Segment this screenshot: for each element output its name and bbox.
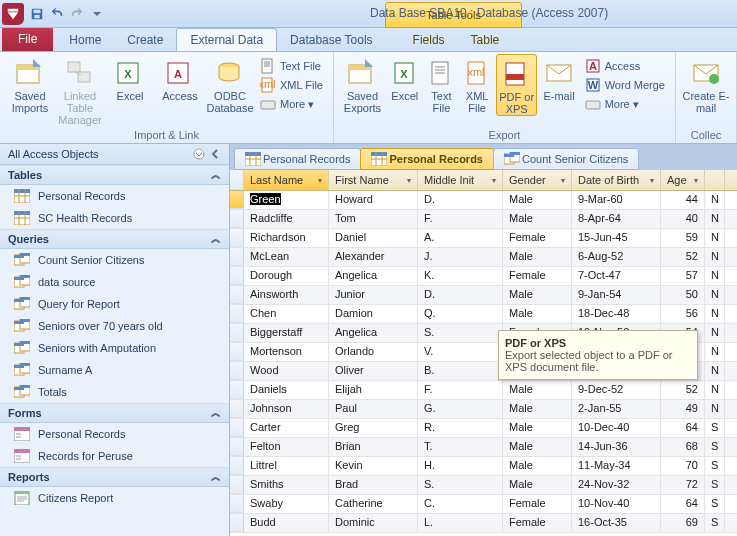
cell[interactable]: T. — [418, 438, 503, 456]
cell[interactable]: N — [705, 267, 725, 285]
cell[interactable]: 57 — [661, 267, 705, 285]
qat-redo-icon[interactable] — [68, 5, 86, 23]
cell[interactable]: Alexander — [329, 248, 418, 266]
cell[interactable]: 2-Jan-55 — [572, 400, 661, 418]
cell[interactable]: 64 — [661, 495, 705, 513]
cell[interactable]: 11-May-34 — [572, 457, 661, 475]
row-selector[interactable] — [230, 210, 244, 228]
row-selector[interactable] — [230, 495, 244, 513]
cell[interactable]: 15-Jun-45 — [572, 229, 661, 247]
table-row[interactable]: LittrelKevinH.Male11-May-3470S — [230, 457, 737, 476]
row-selector[interactable] — [230, 267, 244, 285]
cell[interactable]: 50 — [661, 286, 705, 304]
tab-fields[interactable]: Fields — [400, 29, 458, 51]
cell[interactable]: R. — [418, 419, 503, 437]
export-email-button[interactable]: E-mail — [539, 54, 578, 102]
table-row[interactable]: GreenHowardD.Male9-Mar-6044N — [230, 191, 737, 210]
cell[interactable]: Male — [503, 305, 572, 323]
cell[interactable]: 24-Nov-32 — [572, 476, 661, 494]
cell[interactable]: Damion — [329, 305, 418, 323]
row-selector[interactable] — [230, 229, 244, 247]
cell[interactable]: 40 — [661, 210, 705, 228]
cell[interactable]: 54 — [661, 324, 705, 342]
qat-dropdown-icon[interactable] — [88, 5, 106, 23]
filter-dropdown-icon[interactable]: ▾ — [407, 176, 411, 185]
cell[interactable]: Daniel — [329, 229, 418, 247]
cell[interactable]: Richardson — [244, 229, 329, 247]
nav-item[interactable]: Records for Peruse — [0, 445, 229, 467]
filter-dropdown-icon[interactable]: ▾ — [492, 176, 496, 185]
nav-dropdown-icon[interactable] — [193, 148, 205, 160]
nav-category-table[interactable]: Tables︽ — [0, 165, 229, 185]
row-selector[interactable] — [230, 191, 244, 209]
cell[interactable]: S. — [418, 324, 503, 342]
qat-save-icon[interactable] — [28, 5, 46, 23]
cell[interactable]: 56 — [661, 305, 705, 323]
cell[interactable]: 52 — [661, 381, 705, 399]
table-row[interactable]: DoroughAngelicaK.Female7-Oct-4757N — [230, 267, 737, 286]
column-header[interactable]: Date of Birth▾ — [572, 170, 661, 190]
cell[interactable]: 7-Oct-47 — [572, 267, 661, 285]
cell[interactable]: Tom — [329, 210, 418, 228]
nav-category-query[interactable]: Queries︽ — [0, 229, 229, 249]
table-row[interactable]: MortensonOrlandoV.Male4-Sep-4955N — [230, 343, 737, 362]
cell[interactable]: B. — [418, 362, 503, 380]
cell[interactable]: Johnson — [244, 400, 329, 418]
nav-item[interactable]: Count Senior Citizens — [0, 249, 229, 271]
cell[interactable]: 68 — [661, 438, 705, 456]
row-selector[interactable] — [230, 438, 244, 456]
export-word-merge-button[interactable]: WWord Merge — [581, 76, 669, 94]
cell[interactable]: N — [705, 324, 725, 342]
cell[interactable]: N — [705, 229, 725, 247]
cell[interactable]: Elijah — [329, 381, 418, 399]
cell[interactable]: Howard — [329, 191, 418, 209]
table-row[interactable]: McLeanAlexanderJ.Male6-Aug-5252N — [230, 248, 737, 267]
export-xml-button[interactable]: xmlXML File — [460, 54, 494, 114]
tab-home[interactable]: Home — [56, 29, 114, 51]
cell[interactable]: F. — [418, 210, 503, 228]
cell[interactable]: 72 — [661, 476, 705, 494]
export-text-button[interactable]: Text File — [425, 54, 459, 114]
cell[interactable]: Male — [503, 210, 572, 228]
cell[interactable]: 44 — [661, 191, 705, 209]
cell[interactable]: Q. — [418, 305, 503, 323]
cell[interactable]: Paul — [329, 400, 418, 418]
cell[interactable]: N — [705, 248, 725, 266]
document-tab[interactable]: Count Senior Citizens — [493, 148, 639, 170]
cell[interactable]: S — [705, 514, 725, 532]
cell[interactable]: Biggerstaff — [244, 324, 329, 342]
cell[interactable]: G. — [418, 400, 503, 418]
table-row[interactable]: JohnsonPaulG.Male2-Jan-5549N — [230, 400, 737, 419]
table-row[interactable]: WoodOliverB.Male12-Nov-5549N — [230, 362, 737, 381]
import-text-file-button[interactable]: Text File — [256, 57, 327, 75]
cell[interactable]: Brad — [329, 476, 418, 494]
cell[interactable]: Felton — [244, 438, 329, 456]
cell[interactable]: Littrel — [244, 457, 329, 475]
cell[interactable]: Dorough — [244, 267, 329, 285]
document-tab[interactable]: Personal Records — [234, 148, 361, 170]
cell[interactable]: Male — [503, 438, 572, 456]
cell[interactable]: Brian — [329, 438, 418, 456]
table-row[interactable]: SmithsBradS.Male24-Nov-3272S — [230, 476, 737, 495]
cell[interactable]: Male — [503, 286, 572, 304]
cell[interactable]: 6-Aug-52 — [572, 248, 661, 266]
nav-header[interactable]: All Access Objects — [0, 144, 229, 165]
cell[interactable]: S — [705, 457, 725, 475]
saved-imports-button[interactable]: Saved Imports — [6, 54, 54, 114]
cell[interactable]: Male — [503, 191, 572, 209]
cell[interactable]: Greg — [329, 419, 418, 437]
row-selector[interactable] — [230, 305, 244, 323]
cell[interactable]: Radcliffe — [244, 210, 329, 228]
cell[interactable]: Carter — [244, 419, 329, 437]
tab-create[interactable]: Create — [114, 29, 176, 51]
nav-item[interactable]: Personal Records — [0, 185, 229, 207]
cell[interactable]: Male — [503, 381, 572, 399]
cell[interactable]: S — [705, 438, 725, 456]
cell[interactable]: A. — [418, 229, 503, 247]
table-row[interactable]: BuddDominicL.Female16-Oct-3569S — [230, 514, 737, 533]
cell[interactable]: 69 — [661, 514, 705, 532]
export-pdf-xps-button[interactable]: PDF or XPS — [496, 54, 537, 116]
table-row[interactable]: RadcliffeTomF.Male8-Apr-6440N — [230, 210, 737, 229]
cell[interactable]: K. — [418, 267, 503, 285]
nav-item[interactable]: Personal Records — [0, 423, 229, 445]
